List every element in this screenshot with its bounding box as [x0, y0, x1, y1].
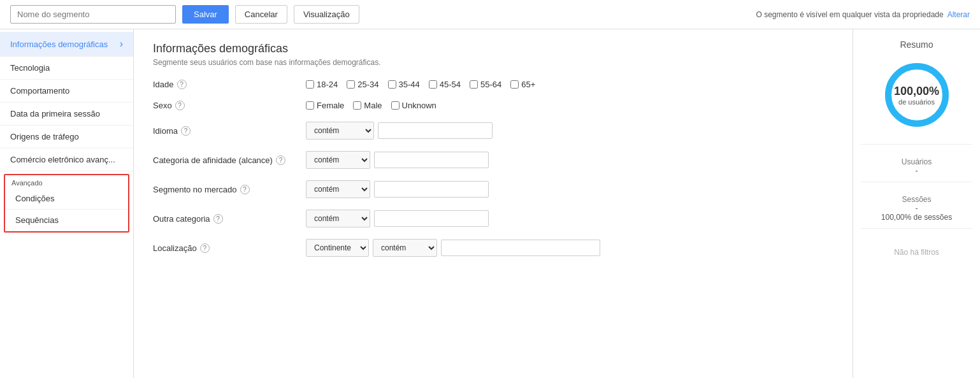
donut-chart: 100,00% de usuários — [882, 60, 952, 130]
donut-percent: 100,00% — [894, 85, 939, 98]
outra-input[interactable] — [374, 210, 489, 227]
idioma-help-icon[interactable]: ? — [181, 126, 191, 136]
localizacao-help-icon[interactable]: ? — [200, 243, 210, 253]
outra-inputs: contém não contém — [306, 210, 489, 227]
page-subtitle: Segmente seus usuários com base nas info… — [153, 58, 833, 67]
segment-name-input[interactable] — [10, 5, 176, 24]
sessoes-percent: 100,00% de sessões — [881, 213, 952, 222]
outra-row: Outra categoria ? contém não contém — [153, 210, 833, 227]
visibility-info: O segmento é visível em qualquer vista d… — [756, 10, 970, 19]
top-bar: Salvar Cancelar Visualização O segmento … — [0, 0, 980, 29]
mercado-input[interactable] — [374, 181, 489, 198]
idade-25-34[interactable]: 25-34 — [347, 80, 378, 89]
idade-help-icon[interactable]: ? — [177, 80, 187, 89]
sessoes-label: Sessões — [881, 195, 952, 204]
afinidade-row: Categoria de afinidade (alcance) ? conté… — [153, 151, 833, 169]
afinidade-help-icon[interactable]: ? — [276, 155, 285, 165]
main-layout: Informações demográficas › Tecnologia Co… — [0, 29, 980, 378]
divider1 — [861, 144, 972, 145]
sidebar-item-sequencias[interactable]: Sequências — [5, 210, 128, 231]
idioma-row: Idioma ? contém não contém começa com — [153, 122, 833, 140]
mercado-label: Segmento no mercado ? — [153, 185, 299, 194]
visibility-text: O segmento é visível em qualquer vista d… — [756, 10, 943, 19]
sidebar-item-tecnologia[interactable]: Tecnologia — [0, 57, 133, 80]
idioma-select[interactable]: contém não contém começa com — [306, 122, 374, 140]
sidebar-item-label: Informações demográficas — [10, 40, 108, 49]
idade-65plus[interactable]: 65+ — [510, 80, 535, 89]
idioma-label: Idioma ? — [153, 126, 299, 136]
mercado-help-icon[interactable]: ? — [240, 185, 250, 194]
page-title: Informações demográficas — [153, 42, 833, 55]
localizacao-select2[interactable]: contém não contém — [373, 239, 437, 257]
summary-panel: Resumo 100,00% de usuários Usuários - Se… — [853, 29, 980, 378]
sidebar-item-label: Comportamento — [10, 86, 69, 96]
change-link[interactable]: Alterar — [948, 10, 970, 19]
idioma-input[interactable] — [378, 122, 493, 139]
afinidade-inputs: contém não contém — [306, 151, 489, 169]
idade-55-64[interactable]: 55-64 — [470, 80, 501, 89]
idade-18-24[interactable]: 18-24 — [306, 80, 338, 89]
cancel-button[interactable]: Cancelar — [235, 5, 287, 24]
sidebar-item-label: Origens de tráfego — [10, 132, 79, 141]
divider3 — [861, 228, 972, 229]
no-filters-text: Não há filtros — [894, 248, 939, 257]
sidebar-item-comercio[interactable]: Comércio eletrônico avanç... — [0, 148, 133, 171]
chevron-right-icon: › — [120, 38, 123, 50]
idade-45-54[interactable]: 45-54 — [429, 80, 461, 89]
sexo-female[interactable]: Female — [306, 101, 344, 110]
usuarios-label: Usuários — [902, 157, 932, 166]
sidebar-item-origens[interactable]: Origens de tráfego — [0, 126, 133, 148]
sexo-checkboxes: Female Male Unknown — [306, 101, 436, 110]
localizacao-input[interactable] — [441, 240, 600, 256]
sidebar-item-label: Comércio eletrônico avanç... — [10, 155, 115, 164]
mercado-select[interactable]: contém não contém — [306, 180, 370, 198]
sidebar-item-primeira-sessao[interactable]: Data da primeira sessão — [0, 103, 133, 126]
sidebar: Informações demográficas › Tecnologia Co… — [0, 29, 134, 378]
afinidade-input[interactable] — [374, 152, 489, 168]
localizacao-row: Localização ? Continente País/região Cid… — [153, 239, 833, 257]
idioma-inputs: contém não contém começa com — [306, 122, 493, 140]
outra-help-icon[interactable]: ? — [213, 214, 223, 224]
afinidade-label: Categoria de afinidade (alcance) ? — [153, 155, 299, 165]
localizacao-label: Localização ? — [153, 243, 299, 253]
donut-de-usuarios: de usuários — [894, 98, 939, 106]
sidebar-item-condicoes[interactable]: Condições — [5, 188, 128, 210]
usuarios-value: - — [902, 166, 932, 175]
usuarios-stat: Usuários - — [902, 157, 932, 175]
mercado-row: Segmento no mercado ? contém não contém — [153, 180, 833, 198]
sexo-male[interactable]: Male — [353, 101, 382, 110]
sidebar-item-label: Tecnologia — [10, 63, 50, 73]
idade-checkboxes: 18-24 25-34 35-44 45-54 55-64 65+ — [306, 80, 535, 89]
main-content: Informações demográficas Segmente seus u… — [134, 29, 853, 378]
sidebar-item-comportamento[interactable]: Comportamento — [0, 80, 133, 103]
sexo-help-icon[interactable]: ? — [175, 101, 185, 110]
afinidade-select[interactable]: contém não contém — [306, 151, 370, 169]
sexo-unknown[interactable]: Unknown — [391, 101, 436, 110]
donut-text: 100,00% de usuários — [894, 85, 939, 106]
localizacao-inputs: Continente País/região Cidade contém não… — [306, 239, 600, 257]
preview-button[interactable]: Visualização — [294, 5, 359, 24]
sessoes-value: - — [881, 204, 952, 213]
divider2 — [861, 182, 972, 182]
sexo-row: Sexo ? Female Male Unknown — [153, 101, 833, 110]
advanced-section: Avançado Condições Sequências — [4, 174, 129, 233]
localizacao-select1[interactable]: Continente País/região Cidade — [306, 239, 369, 257]
sidebar-item-label: Data da primeira sessão — [10, 109, 100, 119]
outra-label: Outra categoria ? — [153, 214, 299, 224]
sexo-label: Sexo ? — [153, 101, 299, 110]
idade-row: Idade ? 18-24 25-34 35-44 45-54 55-64 — [153, 80, 833, 89]
sidebar-item-demograficas[interactable]: Informações demográficas › — [0, 32, 133, 57]
sessoes-stat: Sessões - 100,00% de sessões — [881, 195, 952, 222]
advanced-label: Avançado — [5, 175, 128, 188]
summary-title: Resumo — [900, 40, 933, 50]
mercado-inputs: contém não contém — [306, 180, 489, 198]
outra-select[interactable]: contém não contém — [306, 210, 370, 227]
idade-label: Idade ? — [153, 80, 299, 89]
save-button[interactable]: Salvar — [182, 5, 229, 24]
idade-35-44[interactable]: 35-44 — [388, 80, 420, 89]
